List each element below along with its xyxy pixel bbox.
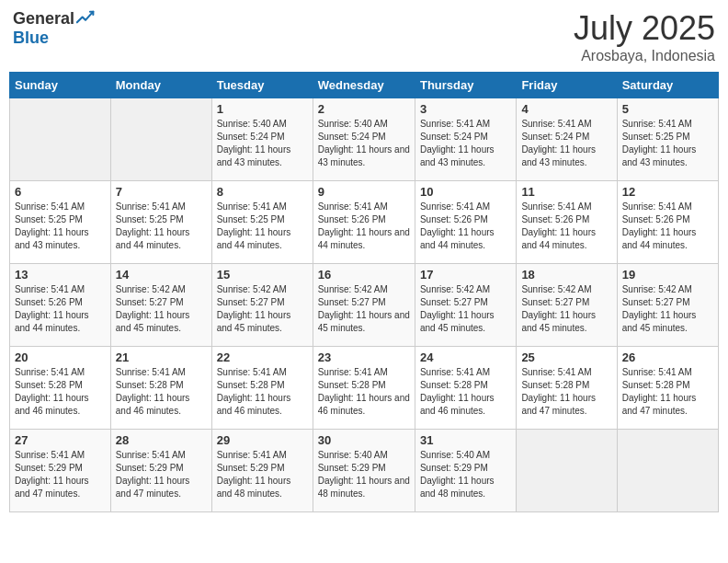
day-info: Sunrise: 5:41 AM Sunset: 5:25 PM Dayligh… [116, 201, 207, 252]
day-number: 3 [420, 102, 511, 116]
day-number: 5 [622, 102, 713, 116]
calendar-cell: 26Sunrise: 5:41 AM Sunset: 5:28 PM Dayli… [617, 347, 718, 430]
day-info: Sunrise: 5:42 AM Sunset: 5:27 PM Dayligh… [116, 283, 207, 335]
day-number: 1 [217, 102, 308, 116]
title-block: July 2025 Arosbaya, Indonesia [574, 9, 715, 64]
calendar-week-row: 1Sunrise: 5:40 AM Sunset: 5:24 PM Daylig… [10, 98, 719, 181]
day-number: 4 [521, 102, 611, 116]
day-number: 31 [420, 433, 511, 447]
day-number: 27 [15, 433, 106, 447]
day-info: Sunrise: 5:40 AM Sunset: 5:29 PM Dayligh… [318, 449, 410, 500]
logo-bird-icon [76, 10, 95, 29]
day-number: 17 [420, 268, 511, 282]
day-info: Sunrise: 5:41 AM Sunset: 5:26 PM Dayligh… [318, 201, 410, 252]
calendar-cell: 12Sunrise: 5:41 AM Sunset: 5:26 PM Dayli… [617, 181, 718, 264]
day-number: 22 [217, 350, 308, 364]
day-number: 15 [217, 268, 308, 282]
calendar-cell: 17Sunrise: 5:42 AM Sunset: 5:27 PM Dayli… [415, 264, 516, 347]
day-number: 21 [116, 350, 207, 364]
logo: General Blue [13, 9, 95, 48]
weekday-header-monday: Monday [110, 73, 211, 98]
day-number: 13 [15, 268, 106, 282]
day-number: 19 [622, 268, 713, 282]
day-info: Sunrise: 5:42 AM Sunset: 5:27 PM Dayligh… [521, 283, 611, 335]
calendar-cell [517, 430, 617, 512]
calendar-cell: 29Sunrise: 5:41 AM Sunset: 5:29 PM Dayli… [211, 430, 313, 512]
day-number: 12 [622, 185, 713, 199]
calendar-cell: 19Sunrise: 5:42 AM Sunset: 5:27 PM Dayli… [617, 264, 718, 347]
day-number: 9 [318, 185, 410, 199]
weekday-header-sunday: Sunday [10, 73, 111, 98]
calendar-week-row: 13Sunrise: 5:41 AM Sunset: 5:26 PM Dayli… [10, 264, 719, 347]
logo-general-text: General [13, 9, 74, 29]
calendar-body: 1Sunrise: 5:40 AM Sunset: 5:24 PM Daylig… [10, 98, 719, 512]
day-info: Sunrise: 5:41 AM Sunset: 5:29 PM Dayligh… [116, 449, 207, 500]
calendar-cell: 21Sunrise: 5:41 AM Sunset: 5:28 PM Dayli… [110, 347, 211, 430]
calendar-week-row: 27Sunrise: 5:41 AM Sunset: 5:29 PM Dayli… [10, 430, 719, 512]
calendar-cell: 7Sunrise: 5:41 AM Sunset: 5:25 PM Daylig… [110, 181, 211, 264]
calendar-cell: 22Sunrise: 5:41 AM Sunset: 5:28 PM Dayli… [211, 347, 313, 430]
day-number: 28 [116, 433, 207, 447]
day-info: Sunrise: 5:41 AM Sunset: 5:28 PM Dayligh… [318, 366, 410, 418]
day-info: Sunrise: 5:41 AM Sunset: 5:24 PM Dayligh… [521, 118, 611, 169]
day-number: 25 [521, 350, 611, 364]
calendar-cell: 27Sunrise: 5:41 AM Sunset: 5:29 PM Dayli… [10, 430, 111, 512]
weekday-header-thursday: Thursday [415, 73, 516, 98]
calendar-cell: 4Sunrise: 5:41 AM Sunset: 5:24 PM Daylig… [517, 98, 617, 181]
calendar-cell: 8Sunrise: 5:41 AM Sunset: 5:25 PM Daylig… [211, 181, 313, 264]
calendar-cell: 2Sunrise: 5:40 AM Sunset: 5:24 PM Daylig… [313, 98, 415, 181]
calendar-cell: 5Sunrise: 5:41 AM Sunset: 5:25 PM Daylig… [617, 98, 718, 181]
calendar-cell: 18Sunrise: 5:42 AM Sunset: 5:27 PM Dayli… [517, 264, 617, 347]
day-info: Sunrise: 5:41 AM Sunset: 5:28 PM Dayligh… [420, 366, 511, 418]
calendar-cell: 13Sunrise: 5:41 AM Sunset: 5:26 PM Dayli… [10, 264, 111, 347]
day-number: 2 [318, 102, 410, 116]
calendar-header: SundayMondayTuesdayWednesdayThursdayFrid… [10, 73, 719, 98]
calendar-cell: 10Sunrise: 5:41 AM Sunset: 5:26 PM Dayli… [415, 181, 516, 264]
day-info: Sunrise: 5:40 AM Sunset: 5:24 PM Dayligh… [318, 118, 410, 169]
calendar-cell: 30Sunrise: 5:40 AM Sunset: 5:29 PM Dayli… [313, 430, 415, 512]
day-info: Sunrise: 5:42 AM Sunset: 5:27 PM Dayligh… [622, 283, 713, 335]
day-number: 26 [622, 350, 713, 364]
calendar-cell: 11Sunrise: 5:41 AM Sunset: 5:26 PM Dayli… [517, 181, 617, 264]
calendar-cell: 24Sunrise: 5:41 AM Sunset: 5:28 PM Dayli… [415, 347, 516, 430]
weekday-header-saturday: Saturday [617, 73, 718, 98]
weekday-header-friday: Friday [517, 73, 617, 98]
day-number: 29 [217, 433, 308, 447]
calendar-cell: 1Sunrise: 5:40 AM Sunset: 5:24 PM Daylig… [211, 98, 313, 181]
day-info: Sunrise: 5:42 AM Sunset: 5:27 PM Dayligh… [420, 283, 511, 335]
day-info: Sunrise: 5:41 AM Sunset: 5:26 PM Dayligh… [622, 201, 713, 252]
calendar-cell: 3Sunrise: 5:41 AM Sunset: 5:24 PM Daylig… [415, 98, 516, 181]
calendar-cell: 25Sunrise: 5:41 AM Sunset: 5:28 PM Dayli… [517, 347, 617, 430]
calendar-cell: 16Sunrise: 5:42 AM Sunset: 5:27 PM Dayli… [313, 264, 415, 347]
day-number: 20 [15, 350, 106, 364]
day-number: 23 [318, 350, 410, 364]
day-number: 8 [217, 185, 308, 199]
day-number: 16 [318, 268, 410, 282]
day-info: Sunrise: 5:41 AM Sunset: 5:25 PM Dayligh… [15, 201, 106, 252]
day-info: Sunrise: 5:41 AM Sunset: 5:28 PM Dayligh… [521, 366, 611, 418]
day-number: 6 [15, 185, 106, 199]
calendar-cell: 28Sunrise: 5:41 AM Sunset: 5:29 PM Dayli… [110, 430, 211, 512]
day-info: Sunrise: 5:41 AM Sunset: 5:29 PM Dayligh… [217, 449, 308, 500]
day-info: Sunrise: 5:41 AM Sunset: 5:28 PM Dayligh… [15, 366, 106, 418]
calendar-cell [10, 98, 111, 181]
day-number: 18 [521, 268, 611, 282]
calendar-cell [617, 430, 718, 512]
calendar-cell [110, 98, 211, 181]
day-info: Sunrise: 5:41 AM Sunset: 5:24 PM Dayligh… [420, 118, 511, 169]
day-info: Sunrise: 5:42 AM Sunset: 5:27 PM Dayligh… [217, 283, 308, 335]
page-header: General Blue July 2025 Arosbaya, Indones… [9, 9, 719, 64]
day-info: Sunrise: 5:41 AM Sunset: 5:26 PM Dayligh… [420, 201, 511, 252]
calendar-cell: 15Sunrise: 5:42 AM Sunset: 5:27 PM Dayli… [211, 264, 313, 347]
day-number: 30 [318, 433, 410, 447]
day-info: Sunrise: 5:41 AM Sunset: 5:28 PM Dayligh… [116, 366, 207, 418]
calendar-cell: 23Sunrise: 5:41 AM Sunset: 5:28 PM Dayli… [313, 347, 415, 430]
location-title: Arosbaya, Indonesia [574, 48, 715, 64]
day-info: Sunrise: 5:41 AM Sunset: 5:29 PM Dayligh… [15, 449, 106, 500]
day-number: 11 [521, 185, 611, 199]
weekday-header-tuesday: Tuesday [211, 73, 313, 98]
calendar-cell: 9Sunrise: 5:41 AM Sunset: 5:26 PM Daylig… [313, 181, 415, 264]
day-info: Sunrise: 5:41 AM Sunset: 5:26 PM Dayligh… [15, 283, 106, 335]
day-info: Sunrise: 5:41 AM Sunset: 5:25 PM Dayligh… [217, 201, 308, 252]
day-info: Sunrise: 5:41 AM Sunset: 5:28 PM Dayligh… [622, 366, 713, 418]
